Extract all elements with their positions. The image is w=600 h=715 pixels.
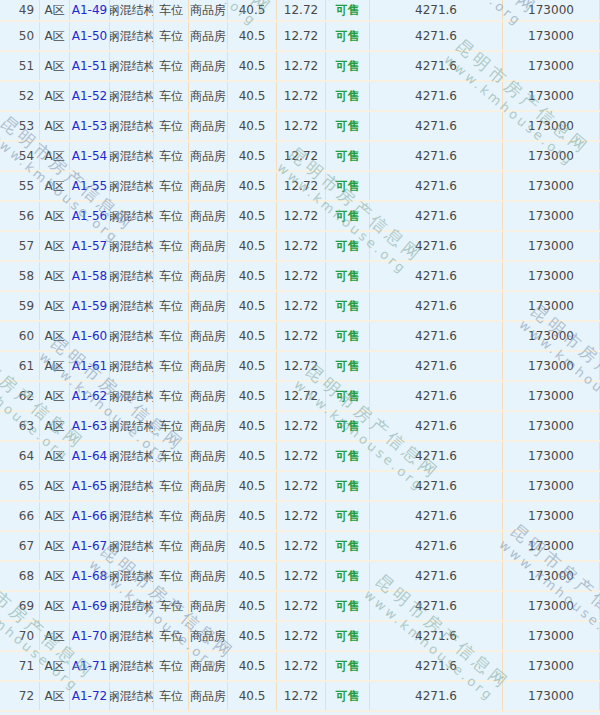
cell-purpose: 商品房	[190, 2, 226, 19]
unit-link[interactable]: A1-63	[72, 419, 107, 433]
unit-link[interactable]: A1-59	[72, 299, 107, 313]
unit-link[interactable]: A1-70	[72, 629, 107, 643]
unit-link[interactable]: A1-68	[72, 569, 107, 583]
unit-link[interactable]: A1-72	[72, 689, 107, 703]
unit-link[interactable]: A1-66	[72, 509, 107, 523]
cell-inner-area: 12.72	[284, 209, 318, 223]
cell-status: 可售	[336, 598, 360, 615]
cell-structure: 钢混结构	[110, 478, 154, 495]
cell-total-price: 173000	[528, 389, 574, 403]
unit-link[interactable]: A1-64	[72, 449, 107, 463]
unit-link[interactable]: A1-67	[72, 539, 107, 553]
cell-structure: 钢混结构	[110, 388, 154, 405]
cell-area: 40.5	[239, 59, 266, 73]
cell-structure: 钢混结构	[110, 418, 154, 435]
cell-status: 可售	[336, 688, 360, 705]
cell-area: 40.5	[239, 599, 266, 613]
unit-link[interactable]: A1-54	[72, 149, 107, 163]
cell-no: 71	[19, 659, 34, 673]
unit-link[interactable]: A1-65	[72, 479, 107, 493]
cell-zone: A区	[44, 268, 64, 285]
cell-inner-area: 12.72	[284, 119, 318, 133]
cell-area: 40.5	[239, 419, 266, 433]
cell-type: 车位	[159, 688, 183, 705]
cell-type: 车位	[159, 58, 183, 75]
cell-status: 可售	[336, 388, 360, 405]
cell-no: 62	[19, 389, 34, 403]
table-row: 49A区A1-49钢混结构车位商品房40.512.72可售4271.617300…	[0, 0, 600, 22]
table-row: 65A区A1-65钢混结构车位商品房40.512.72可售4271.617300…	[0, 472, 600, 502]
cell-inner-area: 12.72	[284, 149, 318, 163]
unit-link[interactable]: A1-71	[72, 659, 107, 673]
cell-structure: 钢混结构	[110, 208, 154, 225]
cell-unit-price: 4271.6	[415, 449, 457, 463]
cell-type: 车位	[159, 298, 183, 315]
cell-structure: 钢混结构	[110, 88, 154, 105]
cell-total-price: 173000	[528, 329, 574, 343]
cell-unit-price: 4271.6	[415, 419, 457, 433]
cell-zone: A区	[44, 508, 64, 525]
unit-link[interactable]: A1-61	[72, 359, 107, 373]
cell-unit-price: 4271.6	[415, 569, 457, 583]
cell-structure: 钢混结构	[110, 568, 154, 585]
unit-link[interactable]: A1-50	[72, 29, 107, 43]
table-row: 60A区A1-60钢混结构车位商品房40.512.72可售4271.617300…	[0, 322, 600, 352]
cell-unit-price: 4271.6	[415, 539, 457, 553]
cell-zone: A区	[44, 388, 64, 405]
cell-zone: A区	[44, 628, 64, 645]
table-row: 55A区A1-55钢混结构车位商品房40.512.72可售4271.617300…	[0, 172, 600, 202]
unit-link[interactable]: A1-49	[72, 3, 107, 17]
cell-zone: A区	[44, 568, 64, 585]
cell-structure: 钢混结构	[110, 448, 154, 465]
cell-status: 可售	[336, 28, 360, 45]
cell-status: 可售	[336, 538, 360, 555]
unit-link[interactable]: A1-52	[72, 89, 107, 103]
cell-unit-price: 4271.6	[415, 509, 457, 523]
cell-area: 40.5	[239, 539, 266, 553]
cell-status: 可售	[336, 358, 360, 375]
cell-area: 40.5	[239, 449, 266, 463]
cell-no: 50	[19, 29, 34, 43]
cell-status: 可售	[336, 238, 360, 255]
cell-structure: 钢混结构	[110, 358, 154, 375]
unit-link[interactable]: A1-53	[72, 119, 107, 133]
cell-inner-area: 12.72	[284, 29, 318, 43]
table-row: 63A区A1-63钢混结构车位商品房40.512.72可售4271.617300…	[0, 412, 600, 442]
unit-link[interactable]: A1-62	[72, 389, 107, 403]
cell-purpose: 商品房	[190, 538, 226, 555]
table-row: 57A区A1-57钢混结构车位商品房40.512.72可售4271.617300…	[0, 232, 600, 262]
cell-area: 40.5	[239, 359, 266, 373]
cell-no: 55	[19, 179, 34, 193]
cell-unit-price: 4271.6	[415, 149, 457, 163]
table-row: 54A区A1-54钢混结构车位商品房40.512.72可售4271.617300…	[0, 142, 600, 172]
cell-purpose: 商品房	[190, 268, 226, 285]
cell-total-price: 173000	[528, 89, 574, 103]
unit-link[interactable]: A1-55	[72, 179, 107, 193]
cell-area: 40.5	[239, 329, 266, 343]
cell-area: 40.5	[239, 149, 266, 163]
table-row: 62A区A1-62钢混结构车位商品房40.512.72可售4271.617300…	[0, 382, 600, 412]
cell-inner-area: 12.72	[284, 389, 318, 403]
unit-link[interactable]: A1-51	[72, 59, 107, 73]
cell-type: 车位	[159, 508, 183, 525]
unit-link[interactable]: A1-56	[72, 209, 107, 223]
unit-link[interactable]: A1-60	[72, 329, 107, 343]
cell-unit-price: 4271.6	[415, 479, 457, 493]
cell-no: 61	[19, 359, 34, 373]
cell-zone: A区	[44, 448, 64, 465]
cell-zone: A区	[44, 28, 64, 45]
cell-no: 64	[19, 449, 34, 463]
unit-link[interactable]: A1-57	[72, 239, 107, 253]
cell-status: 可售	[336, 568, 360, 585]
cell-purpose: 商品房	[190, 478, 226, 495]
table-row: 68A区A1-68钢混结构车位商品房40.512.72可售4271.617300…	[0, 562, 600, 592]
cell-structure: 钢混结构	[110, 628, 154, 645]
unit-link[interactable]: A1-58	[72, 269, 107, 283]
cell-total-price: 173000	[528, 239, 574, 253]
cell-unit-price: 4271.6	[415, 599, 457, 613]
unit-link[interactable]: A1-69	[72, 599, 107, 613]
cell-structure: 钢混结构	[110, 598, 154, 615]
cell-type: 车位	[159, 88, 183, 105]
cell-purpose: 商品房	[190, 178, 226, 195]
cell-zone: A区	[44, 118, 64, 135]
